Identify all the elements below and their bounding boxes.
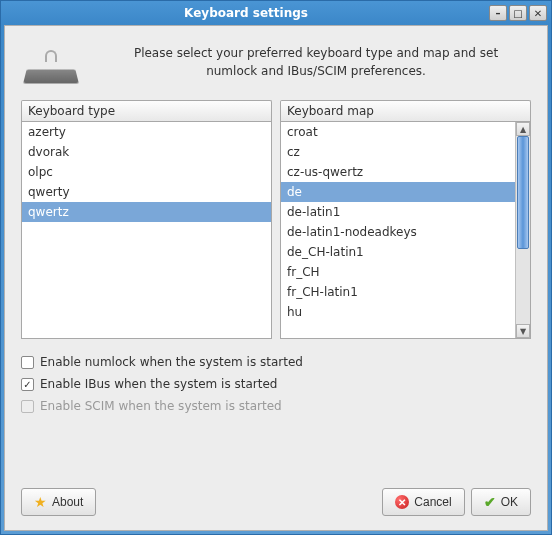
list-item[interactable]: azerty [22,122,271,142]
ibus-label: Enable IBus when the system is started [40,377,277,391]
cancel-button[interactable]: ✕ Cancel [382,488,464,516]
keyboard-map-panel: Keyboard map croatczcz-us-qwertzdede-lat… [280,100,531,339]
scroll-up-icon[interactable]: ▲ [516,122,530,136]
cancel-label: Cancel [414,495,451,509]
keyboard-map-header: Keyboard map [280,100,531,121]
checkbox-group: Enable numlock when the system is starte… [21,351,531,417]
list-item[interactable]: de-latin1 [281,202,515,222]
window-title: Keyboard settings [5,6,487,20]
list-item[interactable]: de-latin1-nodeadkeys [281,222,515,242]
list-item[interactable]: de [281,182,515,202]
content-area: Please select your preferred keyboard ty… [4,25,548,531]
scroll-track[interactable] [516,136,530,324]
keyboard-icon [21,44,81,84]
scim-label: Enable SCIM when the system is started [40,399,282,413]
keyboard-type-list[interactable]: azertydvorakolpcqwertyqwertz [21,121,272,339]
header-row: Please select your preferred keyboard ty… [21,40,531,84]
check-icon: ✔ [484,494,496,510]
keyboard-type-panel: Keyboard type azertydvorakolpcqwertyqwer… [21,100,272,339]
numlock-checkbox-row[interactable]: Enable numlock when the system is starte… [21,351,531,373]
keyboard-settings-window: Keyboard settings – □ ✕ Please select yo… [0,0,552,535]
keyboard-map-list[interactable]: croatczcz-us-qwertzdede-latin1de-latin1-… [280,121,531,339]
about-label: About [52,495,83,509]
scroll-down-icon[interactable]: ▼ [516,324,530,338]
titlebar: Keyboard settings – □ ✕ [1,1,551,25]
list-item[interactable]: cz [281,142,515,162]
list-item[interactable]: cz-us-qwertz [281,162,515,182]
ibus-checkbox[interactable] [21,378,34,391]
numlock-checkbox[interactable] [21,356,34,369]
instructions-text: Please select your preferred keyboard ty… [101,40,531,80]
list-item[interactable]: croat [281,122,515,142]
list-item[interactable]: qwerty [22,182,271,202]
list-item[interactable]: fr_CH-latin1 [281,282,515,302]
lists-row: Keyboard type azertydvorakolpcqwertyqwer… [21,100,531,339]
ibus-checkbox-row[interactable]: Enable IBus when the system is started [21,373,531,395]
scim-checkbox-row: Enable SCIM when the system is started [21,395,531,417]
list-item[interactable]: fr_CH [281,262,515,282]
list-item[interactable]: de_CH-latin1 [281,242,515,262]
list-item[interactable]: hu [281,302,515,322]
ok-label: OK [501,495,518,509]
dialog-buttons: ★ About ✕ Cancel ✔ OK [21,488,531,516]
maximize-button[interactable]: □ [509,5,527,21]
keyboard-type-header: Keyboard type [21,100,272,121]
about-button[interactable]: ★ About [21,488,96,516]
cancel-icon: ✕ [395,495,409,509]
list-item[interactable]: qwertz [22,202,271,222]
scroll-thumb[interactable] [517,136,529,249]
scim-checkbox [21,400,34,413]
ok-button[interactable]: ✔ OK [471,488,531,516]
list-item[interactable]: olpc [22,162,271,182]
keyboard-map-scrollbar[interactable]: ▲ ▼ [515,122,530,338]
star-icon: ★ [34,494,47,510]
numlock-label: Enable numlock when the system is starte… [40,355,303,369]
list-item[interactable]: dvorak [22,142,271,162]
close-button[interactable]: ✕ [529,5,547,21]
minimize-button[interactable]: – [489,5,507,21]
